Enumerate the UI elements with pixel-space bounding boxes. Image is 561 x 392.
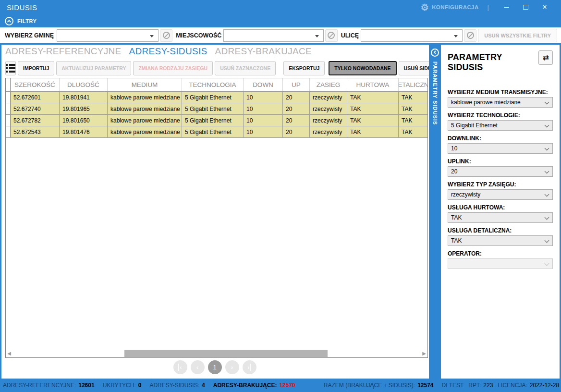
status-item-licencja: LICENCJA: 2022-12-28 xyxy=(498,382,559,389)
parameters-panel: PARAMETRY SIDUSIS ⇄ WYBIERZ MEDIUM TRANS… xyxy=(441,45,561,379)
collapse-filters-button[interactable] xyxy=(5,17,13,25)
cell-dlugosc: 19.801965 xyxy=(60,103,108,114)
param-label: UPLINK: xyxy=(448,158,553,165)
param-select[interactable]: kablowe parowe miedziane xyxy=(448,97,553,108)
status-item-rpt: RPT: 223 xyxy=(468,382,493,389)
scroll-right-icon[interactable]: ▶ xyxy=(421,351,427,356)
titlebar-separator: | xyxy=(488,4,489,11)
column-header[interactable]: UP xyxy=(283,78,310,91)
panel-collapse-strip: PARAMETRY SIDUSIS xyxy=(429,45,441,379)
minimize-icon xyxy=(504,7,509,8)
cell-technologia: 5 Gigabit Ethernet xyxy=(182,115,244,126)
configuration-button[interactable]: ⚙ KONFIGURACJA xyxy=(421,3,479,12)
scroll-left-icon[interactable]: ◀ xyxy=(6,351,12,356)
tylko-nowododane-toggle[interactable]: TYLKO NOWODADANE xyxy=(329,61,396,75)
dropdown-arrow-icon xyxy=(150,35,154,37)
chevron-down-icon xyxy=(545,123,549,128)
dropdown-arrow-icon xyxy=(454,35,458,37)
cell-szerokosc: 52.672543 xyxy=(11,126,60,137)
status-item-ditest: DI TEST xyxy=(442,382,464,389)
ban-icon xyxy=(467,32,474,39)
close-icon: × xyxy=(542,3,547,11)
chevron-down-icon xyxy=(545,215,549,220)
cell-down: 10 xyxy=(244,92,283,103)
param-select[interactable]: TAK xyxy=(448,212,553,223)
aktualizuj-parametry-button[interactable]: AKTUALIZUJ PARAMETRY xyxy=(56,61,131,75)
cell-medium: kablowe parowe miedziane xyxy=(108,115,182,126)
tab[interactable]: ADRESY-BRAKUJACE xyxy=(215,46,312,57)
table-body: 52.672601 19.801941 kablowe parowe miedz… xyxy=(6,92,427,138)
list-view-button[interactable] xyxy=(5,61,16,75)
last-page-button[interactable]: › xyxy=(243,360,256,374)
horizontal-scrollbar[interactable]: ◀ ▶ xyxy=(6,349,427,357)
cell-szerokosc: 52.672782 xyxy=(11,115,60,126)
refresh-icon: ⇄ xyxy=(543,53,549,62)
column-header[interactable]: MEDIUM xyxy=(108,78,182,91)
param-select[interactable]: rzeczywisty xyxy=(448,189,553,200)
table-row[interactable]: 52.672782 19.801650 kablowe parowe miedz… xyxy=(6,115,427,126)
last-page-icon: › xyxy=(247,364,251,371)
status-label: ADRESY-REFERENCYJNE: xyxy=(3,382,76,389)
cell-hurtowa: TAK xyxy=(347,126,399,137)
chevron-down-icon xyxy=(545,192,549,197)
column-header[interactable]: HURTOWA xyxy=(347,78,399,91)
first-page-button[interactable]: ‹ xyxy=(173,360,187,374)
miejscowosc-combobox[interactable] xyxy=(223,29,323,42)
refresh-button[interactable]: ⇄ xyxy=(538,50,553,65)
table-row[interactable]: 52.672543 19.801476 kablowe parowe miedz… xyxy=(6,126,427,138)
column-header[interactable]: DLUGOŚĆ xyxy=(60,78,108,91)
column-header[interactable]: DOWN xyxy=(244,78,283,91)
status-value: 12601 xyxy=(78,382,94,389)
status-label: DI TEST xyxy=(442,382,464,389)
importuj-button[interactable]: IMPORTUJ xyxy=(18,61,54,75)
row-header-cell xyxy=(6,78,11,91)
cell-detaliczna: TAK xyxy=(399,92,427,103)
collapse-panel-button[interactable] xyxy=(431,49,439,57)
maximize-button[interactable] xyxy=(516,0,535,14)
param-select[interactable]: 20 xyxy=(448,166,553,177)
gmina-combobox[interactable] xyxy=(57,29,159,42)
status-item-razem: RAZEM (BRAKUJĄCE + SIDUSIS): 12574 xyxy=(324,382,434,389)
scrollbar-thumb[interactable] xyxy=(124,350,328,357)
zmiana-rodzaju-zasiegu-button[interactable]: ZMIANA RODZAJU ZASIĘGU xyxy=(133,61,213,75)
next-page-button[interactable]: › xyxy=(225,360,239,374)
panel-title: PARAMETRY SIDUSIS xyxy=(448,50,538,73)
param-select[interactable]: 5 Gigabit Ethernet xyxy=(448,120,553,131)
current-page-button[interactable]: 1 xyxy=(208,360,222,374)
table-row[interactable]: 52.672740 19.801965 kablowe parowe miedz… xyxy=(6,103,427,115)
cell-up: 20 xyxy=(283,103,310,114)
column-header[interactable]: ZASIEG xyxy=(310,78,347,91)
param-select-value: 10 xyxy=(451,145,457,152)
close-button[interactable]: × xyxy=(535,0,554,14)
next-page-icon: › xyxy=(231,364,233,371)
status-label: UKRYTYCH: xyxy=(103,382,136,389)
minimize-button[interactable] xyxy=(497,0,516,14)
column-header[interactable]: DETALICZNA xyxy=(399,78,427,91)
clear-ulica-filter-button[interactable] xyxy=(464,29,476,42)
param-select[interactable]: 10 xyxy=(448,143,553,154)
param-field: UPLINK: 20 xyxy=(448,158,553,177)
param-select[interactable]: TAK xyxy=(448,235,553,246)
cell-dlugosc: 19.801650 xyxy=(60,115,108,126)
cell-szerokosc: 52.672740 xyxy=(11,103,60,114)
ulica-label: ULICĘ xyxy=(341,32,359,39)
column-header[interactable]: SZEROKOŚĆ xyxy=(11,78,60,91)
tab[interactable]: ADRESY-SIDUSIS xyxy=(129,46,207,57)
tab[interactable]: ADRESY-REFERENCYJNE xyxy=(5,46,122,57)
ulica-combobox[interactable] xyxy=(361,29,463,42)
eksportuj-button[interactable]: EKSPORTUJ xyxy=(283,61,325,75)
table-row[interactable]: 52.672601 19.801941 kablowe parowe miedz… xyxy=(6,92,427,103)
table-empty-area xyxy=(6,138,427,349)
clear-all-filters-button[interactable]: USUŃ WSZYSTKIE FILTRY xyxy=(478,29,557,42)
column-header[interactable]: TECHNOLOGIA xyxy=(182,78,244,91)
cell-medium: kablowe parowe miedziane xyxy=(108,92,182,103)
cell-technologia: 5 Gigabit Ethernet xyxy=(182,103,244,114)
status-item: ADRESY-SIDUSIS: 4 xyxy=(149,382,205,389)
previous-page-button[interactable]: ‹ xyxy=(191,360,205,374)
clear-gmina-filter-button[interactable] xyxy=(160,29,172,42)
param-select[interactable] xyxy=(448,258,553,269)
usun-zaznaczone-button[interactable]: USUŃ ZAZNACZONE xyxy=(215,61,276,75)
status-item: ADRESY-REFERENCYJNE: 12601 xyxy=(3,382,95,389)
clear-miejscowosc-filter-button[interactable] xyxy=(325,29,338,42)
param-label: USŁUGA DETALICZNA: xyxy=(448,227,553,234)
